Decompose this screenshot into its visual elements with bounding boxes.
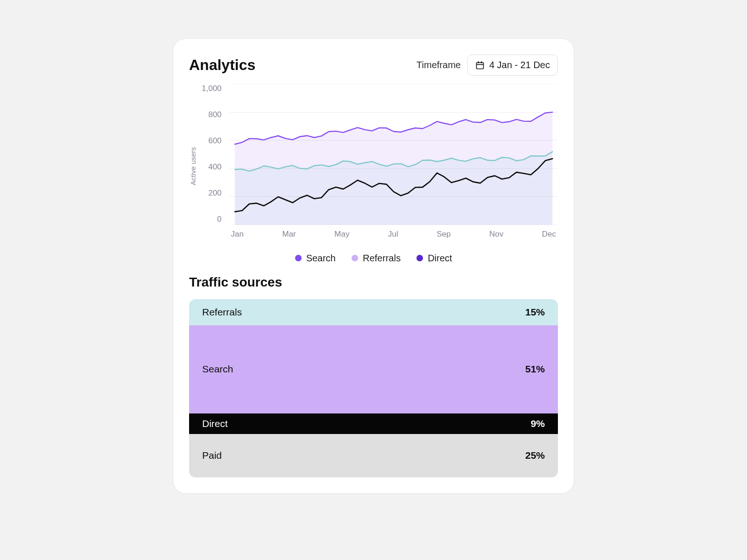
x-tick: Jan — [231, 230, 244, 239]
chart-legend: SearchReferralsDirect — [189, 253, 558, 264]
calendar-icon — [475, 61, 485, 70]
page-title: Analytics — [189, 56, 255, 74]
chart: Active users 1,0008006004002000 JanMarMa… — [189, 84, 558, 239]
timeframe-button[interactable]: 4 Jan - 21 Dec — [467, 55, 558, 76]
traffic-row-pct: 9% — [531, 418, 545, 429]
x-tick: Dec — [542, 230, 556, 239]
y-tick: 1,000 — [202, 84, 222, 93]
card-header: Analytics Timeframe 4 Jan - 21 Dec — [189, 55, 558, 76]
traffic-row-label: Paid — [202, 450, 222, 461]
legend-dot-icon — [416, 255, 423, 261]
traffic-row-label: Search — [202, 364, 233, 375]
analytics-card: Analytics Timeframe 4 Jan - 21 Dec Activ… — [173, 38, 574, 494]
plot-area: JanMarMayJulSepNovDec — [229, 84, 558, 239]
y-tick: 0 — [217, 215, 221, 224]
y-axis-label: Active users — [189, 84, 197, 239]
legend-item-direct[interactable]: Direct — [416, 253, 452, 264]
traffic-row-search[interactable]: Search51% — [189, 325, 558, 413]
traffic-row-label: Referrals — [202, 307, 242, 318]
line-chart-svg — [229, 84, 558, 225]
timeframe-label: Timeframe — [416, 60, 461, 70]
traffic-row-direct[interactable]: Direct9% — [189, 413, 558, 434]
traffic-row-pct: 51% — [525, 364, 545, 375]
timeframe-group: Timeframe 4 Jan - 21 Dec — [416, 55, 558, 76]
traffic-row-label: Direct — [202, 418, 228, 429]
traffic-row-pct: 25% — [525, 450, 545, 461]
y-axis-ticks: 1,0008006004002000 — [202, 84, 225, 224]
x-tick: Jul — [388, 230, 398, 239]
traffic-row-referrals[interactable]: Referrals15% — [189, 299, 558, 325]
traffic-sources-list: Referrals15%Search51%Direct9%Paid25% — [189, 299, 558, 477]
y-tick: 800 — [208, 110, 221, 119]
legend-label: Search — [306, 253, 336, 264]
svg-rect-0 — [476, 63, 483, 69]
x-tick: Mar — [282, 230, 296, 239]
legend-label: Direct — [428, 253, 452, 264]
legend-dot-icon — [352, 255, 358, 261]
y-tick: 600 — [208, 136, 221, 146]
legend-dot-icon — [295, 255, 302, 261]
legend-label: Referrals — [363, 253, 401, 264]
x-tick: Sep — [437, 230, 451, 239]
y-tick: 200 — [208, 189, 221, 198]
legend-item-referrals[interactable]: Referrals — [352, 253, 401, 264]
traffic-heading: Traffic sources — [189, 275, 558, 290]
traffic-row-pct: 15% — [525, 307, 545, 318]
timeframe-value: 4 Jan - 21 Dec — [489, 60, 550, 70]
x-axis-ticks: JanMarMayJulSepNovDec — [229, 230, 558, 239]
x-tick: Nov — [489, 230, 503, 239]
traffic-row-paid[interactable]: Paid25% — [189, 434, 558, 477]
y-tick: 400 — [208, 162, 221, 172]
x-tick: May — [334, 230, 349, 239]
legend-item-search[interactable]: Search — [295, 253, 336, 264]
